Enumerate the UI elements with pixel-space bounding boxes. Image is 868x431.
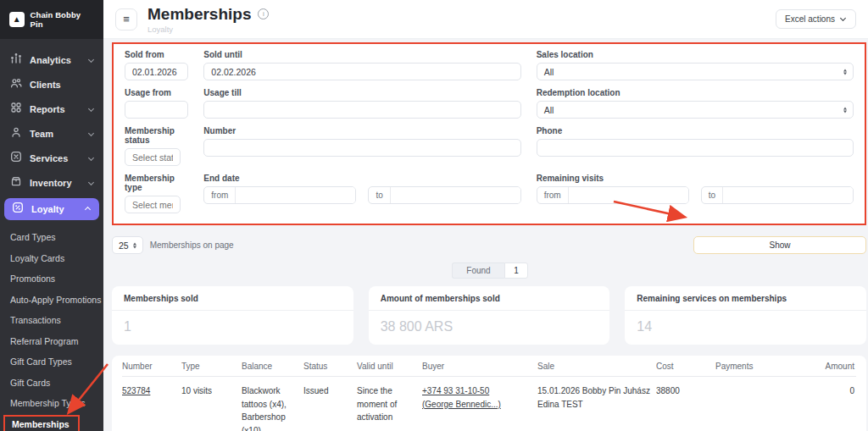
phone-input[interactable] (537, 139, 854, 157)
field-label: Membership status (125, 126, 188, 145)
field-label: Sold until (203, 50, 520, 59)
column-header: Payments (715, 356, 809, 376)
stat-value: 1 (112, 311, 353, 345)
remaining-visits-from-group: from (537, 186, 689, 204)
sidebar-item-services[interactable]: Services (0, 146, 103, 170)
column-header: Status (303, 356, 357, 376)
filter-usage-till: Usage till (203, 88, 520, 119)
range-prefix: from (537, 187, 569, 203)
cell-valid-until: Since the moment of activation (357, 377, 422, 431)
column-header: Valid until (357, 356, 422, 376)
sidebar-item-team[interactable]: Team (0, 121, 103, 146)
per-page-value: 25 (119, 240, 129, 251)
list-controls: 25 Memberships on page Show (112, 236, 866, 254)
sidebar-subitem-transactions[interactable]: Transactions (0, 310, 103, 331)
sidebar-item-analytics[interactable]: Analytics (0, 47, 103, 72)
end-date-to-input[interactable] (391, 187, 520, 203)
menu-toggle-button[interactable]: ≡ (115, 8, 137, 30)
remaining-visits-to-input[interactable] (723, 187, 853, 203)
stat-label: Remaining services on memberships (625, 286, 866, 311)
chevron-down-icon (840, 15, 846, 21)
field-label: Redemption location (537, 88, 854, 97)
cell-payments (715, 377, 809, 431)
found-row: Found 1 (112, 262, 868, 279)
subitem-label: Membership Types (10, 398, 86, 408)
sidebar-subitem-memberships[interactable]: Memberships (0, 414, 103, 431)
usage-from-input[interactable] (125, 101, 188, 119)
remaining-visits-from-input[interactable] (569, 187, 688, 203)
sidebar-item-reports[interactable]: Reports (0, 97, 103, 121)
stat-card-remaining-services: Remaining services on memberships 14 (625, 286, 866, 345)
box-icon (10, 175, 22, 191)
number-input[interactable] (203, 139, 520, 157)
column-header: Amount (809, 356, 856, 376)
sidebar-subitem-membership-types[interactable]: Membership Types (0, 393, 103, 414)
annotation-highlight-box: Memberships (3, 415, 80, 431)
filter-end-date: End date from to (203, 174, 520, 213)
table-header-row: Number Type Balance Status Valid until B… (122, 356, 856, 377)
remaining-visits-to-group: to (701, 186, 854, 204)
brand-name: Chain Bobby Pin (31, 10, 94, 29)
sidebar-subitem-card-types[interactable]: Card Types (0, 227, 103, 248)
sidebar-subitem-loyalty-cards[interactable]: Loyalty Cards (0, 248, 103, 269)
end-date-from-input[interactable] (236, 187, 355, 203)
sold-until-input[interactable] (203, 63, 520, 80)
main-content: ≡ Memberships i Loyalty Excel actions So… (103, 0, 868, 431)
field-label: Usage till (203, 88, 520, 97)
info-icon[interactable]: i (258, 8, 269, 19)
cell-type: 10 visits (181, 377, 242, 431)
field-label: Remaining visits (537, 174, 854, 183)
page-header: ≡ Memberships i Loyalty Excel actions (103, 0, 868, 39)
chevron-down-icon (88, 130, 94, 136)
filter-redemption-location: Redemption location All (537, 88, 854, 119)
per-page-label: Memberships on page (150, 240, 234, 250)
chevron-up-icon (85, 206, 91, 212)
stat-card-memberships-sold: Memberships sold 1 (112, 286, 353, 345)
loyalty-card-icon (12, 202, 24, 217)
subitem-label: Gift Cards (10, 378, 50, 388)
usage-till-input[interactable] (203, 101, 520, 119)
buyer-name-link[interactable]: (George Bennedic...) (422, 398, 501, 412)
brand-logo-icon: ▲ (9, 12, 25, 27)
sold-from-input[interactable] (125, 63, 188, 80)
membership-type-input[interactable] (125, 196, 181, 213)
chevron-down-icon (88, 155, 94, 161)
chevron-down-icon (88, 57, 94, 63)
filter-membership-status: Membership status (125, 126, 188, 166)
excel-actions-button[interactable]: Excel actions (776, 9, 856, 29)
sidebar-subitem-referral-program[interactable]: Referral Program (0, 331, 103, 352)
subitem-label: Card Types (10, 232, 56, 242)
sidebar-item-clients[interactable]: Clients (0, 72, 103, 97)
membership-number-link[interactable]: 523784 (122, 384, 150, 398)
field-label: Sales location (537, 50, 854, 59)
stat-label: Memberships sold (112, 286, 353, 311)
sidebar-item-inventory[interactable]: Inventory (0, 170, 103, 195)
sidebar-item-loyalty[interactable]: Loyalty (4, 198, 99, 220)
sidebar-item-label: Loyalty (31, 204, 78, 214)
field-label: Number (203, 126, 520, 135)
sidebar-subitem-auto-apply-promotions[interactable]: Auto-Apply Promotions (0, 290, 103, 311)
redemption-location-select[interactable]: All (537, 101, 854, 119)
stat-label: Amount of memberships sold (369, 286, 610, 311)
sidebar-subitem-gift-card-types[interactable]: Gift Card Types (0, 351, 103, 373)
sales-location-select[interactable]: All (537, 63, 854, 80)
show-button[interactable]: Show (693, 236, 866, 254)
stat-value: 14 (625, 311, 866, 345)
cell-cost: 38800 (656, 377, 715, 431)
select-arrows-icon (843, 69, 847, 75)
sidebar-item-label: Reports (30, 104, 81, 114)
column-header: Type (181, 356, 242, 376)
membership-status-input[interactable] (125, 148, 181, 166)
brand-bar[interactable]: ▲ Chain Bobby Pin (0, 0, 103, 39)
sidebar-subitem-gift-cards[interactable]: Gift Cards (0, 373, 103, 394)
excel-actions-label: Excel actions (785, 14, 835, 24)
bar-chart-icon (10, 52, 22, 68)
memberships-table: Number Type Balance Status Valid until B… (112, 356, 866, 431)
per-page-select[interactable]: 25 (112, 236, 143, 254)
sidebar-subitem-promotions[interactable]: Promotions (0, 268, 103, 290)
subitem-label: Gift Card Types (10, 356, 72, 367)
buyer-phone-link[interactable]: +374 93 31-10-50 (422, 384, 489, 398)
sidebar-item-label: Clients (30, 80, 95, 90)
field-label: Membership type (125, 174, 188, 192)
column-header: Cost (656, 356, 715, 376)
